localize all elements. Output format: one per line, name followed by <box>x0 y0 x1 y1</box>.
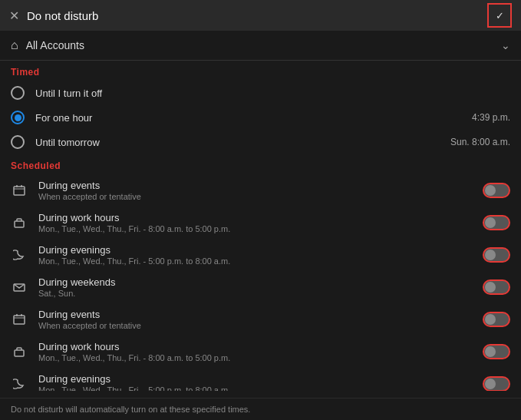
toggle-5[interactable] <box>483 312 510 327</box>
moon-icon-2 <box>11 375 28 391</box>
confirm-button[interactable]: ✓ <box>487 3 512 28</box>
svg-rect-4 <box>15 221 24 227</box>
radio-side-one-hour: 4:39 p.m. <box>472 112 510 123</box>
scheduled-row-4[interactable]: During weekends Sat., Sun. <box>0 271 521 303</box>
close-icon[interactable]: ✕ <box>9 8 19 23</box>
toggle-4[interactable] <box>483 279 510 295</box>
sched-sub-7: Mon., Tue., Wed., Thu., Fri. - 5:00 p.m.… <box>38 385 472 391</box>
toggle-6[interactable] <box>483 344 510 359</box>
scheduled-row-2[interactable]: During work hours Mon., Tue., Wed., Thu.… <box>0 207 521 239</box>
svg-rect-10 <box>15 350 24 356</box>
sched-sub-5: When accepted or tentative <box>38 321 472 330</box>
svg-rect-0 <box>14 187 25 195</box>
toggle-2[interactable] <box>483 215 510 230</box>
main-content: ⌂ All Accounts ⌄ Timed Until I turn it o… <box>0 31 521 391</box>
sched-sub-6: Mon., Tue., Wed., Thu., Fri. - 8:00 a.m.… <box>38 353 472 362</box>
scheduled-row-7[interactable]: During evenings Mon., Tue., Wed., Thu., … <box>0 368 521 391</box>
check-icon: ✓ <box>496 10 504 21</box>
timed-section-header: Timed <box>0 61 521 81</box>
sched-sub-3: Mon., Tue., Wed., Thu., Fri. - 5:00 p.m.… <box>38 256 472 266</box>
briefcase-icon-2 <box>11 343 28 360</box>
scheduled-row-1[interactable]: During events When accepted or tentative <box>0 174 521 207</box>
sched-text-group-4: During weekends Sat., Sun. <box>38 276 472 298</box>
sched-main-6: During work hours <box>38 341 472 352</box>
chevron-down-icon: ⌄ <box>501 39 510 51</box>
scheduled-row-6[interactable]: During work hours Mon., Tue., Wed., Thu.… <box>0 336 521 368</box>
sched-main-2: During work hours <box>38 212 472 223</box>
sched-text-group-1: During events When accepted or tentative <box>38 180 472 201</box>
sched-main-5: During events <box>38 309 472 320</box>
title-bar: ✕ Do not disturb ✓ <box>0 0 521 31</box>
moon-icon-1 <box>11 246 28 263</box>
scheduled-row-3[interactable]: During evenings Mon., Tue., Wed., Thu., … <box>0 239 521 271</box>
radio-label-one-hour: For one hour <box>35 112 92 124</box>
calendar-icon-1 <box>11 182 28 199</box>
toggle-1[interactable] <box>483 183 510 198</box>
toggle-3[interactable] <box>483 247 510 263</box>
sched-text-group-7: During evenings Mon., Tue., Wed., Thu., … <box>38 373 472 391</box>
scheduled-section-header: Scheduled <box>0 154 521 174</box>
account-label: All Accounts <box>26 39 84 51</box>
envelope-icon-1 <box>11 279 28 296</box>
briefcase-icon-1 <box>11 214 28 231</box>
radio-side-until-tomorrow: Sun. 8:00 a.m. <box>450 137 510 147</box>
sched-main-1: During events <box>38 180 472 191</box>
footer-text: Do not disturb will automatically turn o… <box>0 398 521 420</box>
calendar-icon-2 <box>11 311 28 328</box>
radio-label-until-off: Until I turn it off <box>35 88 102 99</box>
page-title: Do not disturb <box>27 9 98 22</box>
account-row[interactable]: ⌂ All Accounts ⌄ <box>0 31 521 61</box>
radio-circle-one-hour <box>11 111 25 124</box>
sched-main-4: During weekends <box>38 276 472 288</box>
sched-sub-4: Sat., Sun. <box>38 289 472 298</box>
sched-main-7: During evenings <box>38 373 472 385</box>
sched-text-group-5: During events When accepted or tentative <box>38 309 472 330</box>
radio-label-until-tomorrow: Until tomorrow <box>35 137 100 148</box>
sched-sub-1: When accepted or tentative <box>38 192 472 201</box>
sched-text-group-3: During evenings Mon., Tue., Wed., Thu., … <box>38 244 472 266</box>
svg-rect-6 <box>14 316 25 324</box>
radio-circle-until-off <box>11 86 25 100</box>
radio-option-until-off[interactable]: Until I turn it off <box>0 81 521 105</box>
radio-option-until-tomorrow[interactable]: Until tomorrow Sun. 8:00 a.m. <box>0 130 521 154</box>
sched-text-group-2: During work hours Mon., Tue., Wed., Thu.… <box>38 212 472 233</box>
radio-circle-until-tomorrow <box>11 135 25 149</box>
sched-sub-2: Mon., Tue., Wed., Thu., Fri. - 8:00 a.m.… <box>38 224 472 233</box>
home-icon: ⌂ <box>11 38 18 52</box>
sched-main-3: During evenings <box>38 244 472 256</box>
radio-option-one-hour[interactable]: For one hour 4:39 p.m. <box>0 105 521 130</box>
scheduled-row-5[interactable]: During events When accepted or tentative <box>0 303 521 336</box>
toggle-7[interactable] <box>483 376 510 391</box>
sched-text-group-6: During work hours Mon., Tue., Wed., Thu.… <box>38 341 472 362</box>
